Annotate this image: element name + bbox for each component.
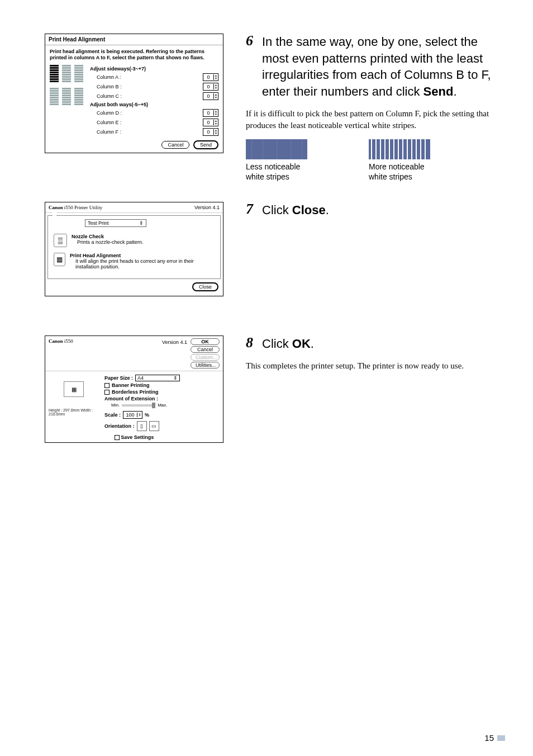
step-8-text: Click OK. <box>262 336 314 352</box>
orientation-portrait-icon[interactable]: ▯ <box>137 421 147 431</box>
svg-rect-19 <box>425 139 426 159</box>
label-column-e: Column E : <box>97 120 122 125</box>
banner-checkbox[interactable] <box>104 383 110 388</box>
borderless-label: Borderless Printing <box>112 389 159 395</box>
step-number-7: 7 <box>246 202 253 216</box>
orientation-label: Orientation : <box>104 423 135 429</box>
nozzle-check-title: Nozzle Check <box>72 234 144 239</box>
print-head-alignment-dialog: Print Head Alignment Print head alignmen… <box>45 34 223 153</box>
print-head-alignment-icon[interactable]: ▦ <box>54 253 65 266</box>
ext-max: Max. <box>158 403 167 408</box>
page-preview-icon: ▦ <box>64 381 84 397</box>
pha-title: Print Head Alignment <box>70 253 217 258</box>
step-8-subtext: This completes the printer setup. The pr… <box>246 360 505 372</box>
svg-rect-12 <box>393 139 394 159</box>
step-6-subtext: If it is difficult to pick the best patt… <box>246 108 505 131</box>
section-bothways: Adjust both ways(-5~+5) <box>90 102 218 107</box>
close-button[interactable]: Close <box>192 282 218 291</box>
step-6-text: In the same way, one by one, select the … <box>262 34 505 100</box>
swatch-less-label: Less noticeable white stripes <box>246 162 307 182</box>
label-column-a: Column A : <box>97 74 121 80</box>
dialog-title: Print Head Alignment <box>45 34 223 45</box>
cancel-button[interactable]: Cancel <box>161 141 189 149</box>
step-number-8: 8 <box>246 336 253 350</box>
nozzle-check-desc: Prints a nozzle-check pattern. <box>72 239 144 245</box>
extension-label: Amount of Extension : <box>104 396 158 401</box>
borderless-checkbox[interactable] <box>104 390 110 395</box>
spinner-column-b[interactable]: ▲▼ <box>203 83 218 91</box>
swatch-more-stripes <box>369 139 430 159</box>
nozzle-check-icon[interactable]: ▒ <box>54 234 67 247</box>
banner-label: Banner Printing <box>112 382 150 388</box>
utilities-button[interactable]: Utilities... <box>191 362 220 368</box>
orientation-landscape-icon[interactable]: ▭ <box>149 421 159 431</box>
pha-desc: It will align the print heads to correct… <box>70 258 217 270</box>
page-number: 15 <box>484 733 505 743</box>
svg-rect-16 <box>411 139 412 159</box>
ok-button[interactable]: OK <box>191 338 220 345</box>
svg-rect-10 <box>384 139 386 159</box>
svg-rect-5 <box>302 139 302 159</box>
svg-rect-4 <box>291 139 291 159</box>
page-setup-dialog: Canon i550 Version 4.1 OK Cancel Custom.… <box>45 336 223 443</box>
svg-rect-1 <box>251 139 252 159</box>
svg-rect-11 <box>389 139 390 159</box>
label-column-b: Column B : <box>97 84 122 89</box>
svg-rect-17 <box>416 139 417 159</box>
ext-min: Min. <box>111 403 120 408</box>
spinner-column-c[interactable]: ▲▼ <box>203 92 218 100</box>
save-settings-checkbox[interactable] <box>115 435 120 440</box>
step-7-text: Click Close. <box>262 202 329 219</box>
svg-rect-18 <box>420 139 421 159</box>
swatch-more-label: More noticeable white stripes <box>369 162 436 182</box>
svg-rect-7 <box>371 139 372 159</box>
scale-input[interactable] <box>123 412 137 418</box>
save-settings-label: Save Settings <box>121 434 154 440</box>
section-sideways: Adjust sideways(-3~+7) <box>90 66 218 72</box>
custom-button[interactable]: Custom... <box>191 354 220 361</box>
alignment-patterns <box>50 65 83 149</box>
page-setup-title: Canon i550 <box>49 338 73 344</box>
svg-rect-3 <box>277 139 277 159</box>
send-button[interactable]: Send <box>193 140 218 149</box>
svg-rect-14 <box>402 139 403 159</box>
label-column-d: Column D : <box>97 110 122 116</box>
spinner-column-e[interactable]: ▲▼ <box>203 119 218 126</box>
dialog-message: Print head alignment is being executed. … <box>50 49 218 62</box>
spinner-column-a[interactable]: ▲▼ <box>203 73 218 81</box>
cancel-ps-button[interactable]: Cancel <box>191 346 220 353</box>
swatch-less-stripes <box>246 139 307 159</box>
extension-slider[interactable] <box>122 404 155 407</box>
printer-utility-dialog: Canon i550 Printer Utility Version 4.1 T… <box>45 202 223 296</box>
paper-size-select[interactable]: A4⇕ <box>135 375 180 381</box>
svg-rect-13 <box>398 139 399 159</box>
spinner-column-d[interactable]: ▲▼ <box>203 109 218 117</box>
svg-rect-8 <box>375 139 377 159</box>
paper-size-label: Paper Size : <box>104 375 133 381</box>
svg-rect-2 <box>263 139 263 159</box>
label-column-c: Column C : <box>97 93 122 99</box>
spinner-column-f[interactable]: ▲▼ <box>203 128 218 136</box>
label-column-f: Column F : <box>97 129 121 135</box>
test-print-select[interactable]: Test Print⇕ <box>85 219 146 227</box>
utility-title: Canon i550 Printer Utility <box>49 205 102 210</box>
step-number-6: 6 <box>246 34 253 48</box>
svg-rect-15 <box>407 139 408 159</box>
page-setup-version: Version 4.1 <box>162 339 187 345</box>
page-dimensions: Height : 297.0mm Width : 210.0mm <box>49 408 99 416</box>
svg-rect-9 <box>380 139 381 159</box>
scale-label: Scale : <box>104 412 121 418</box>
utility-version: Version 4.1 <box>194 205 220 210</box>
